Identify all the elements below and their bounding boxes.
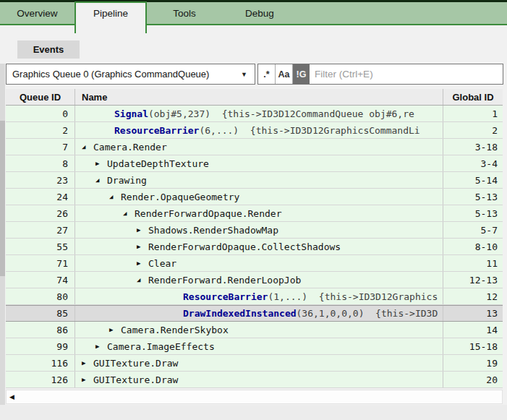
name-cell: DrawIndexedInstanced(36,1,0,0,0) {this->… bbox=[75, 306, 443, 321]
name-cell: ▶ Clear bbox=[75, 255, 443, 271]
queue-id-cell: 0 bbox=[6, 106, 75, 121]
name-cell: ◢ Render.OpaqueGeometry bbox=[75, 189, 443, 205]
tab-tools[interactable]: Tools bbox=[147, 2, 222, 24]
queue-id-cell: 74 bbox=[6, 272, 75, 288]
tree-expander-icon[interactable]: ◢ bbox=[95, 176, 107, 184]
queue-id-cell: 86 bbox=[6, 322, 75, 338]
event-label: Camera.ImageEffects bbox=[107, 341, 215, 352]
glob-toggle-button[interactable]: !G bbox=[293, 64, 310, 84]
global-id-cell: 14 bbox=[443, 322, 503, 338]
queue-id-cell: 85 bbox=[6, 306, 75, 321]
api-call-args: (6,...) {this->ID3D12GraphicsCommandLi bbox=[199, 125, 419, 136]
global-id-cell: 5-13 bbox=[443, 189, 503, 205]
tree-expander-icon[interactable]: ▶ bbox=[109, 326, 121, 333]
queue-id-cell: 8 bbox=[6, 155, 75, 171]
event-label: Drawing bbox=[107, 175, 147, 186]
event-label: RenderForwardOpaque.Render bbox=[135, 208, 282, 219]
global-id-cell: 12 bbox=[443, 288, 503, 304]
regex-toggle-button[interactable]: .* bbox=[258, 64, 276, 84]
table-row[interactable]: 7 ◢ Camera.Render 3-18 bbox=[6, 139, 503, 155]
name-cell: ▶ Camera.RenderSkybox bbox=[75, 322, 443, 338]
vertical-scrollbar-thumb[interactable] bbox=[0, 121, 5, 276]
api-call-name: ResourceBarrier bbox=[183, 291, 268, 302]
tree-expander-icon[interactable]: ◢ bbox=[123, 210, 135, 217]
chevron-down-icon: ▼ bbox=[238, 71, 255, 78]
table-row[interactable]: 55 ▶ RenderForwardOpaque.CollectShadows … bbox=[6, 239, 503, 255]
table-row[interactable]: 23 ◢ Drawing 5-14 bbox=[6, 172, 503, 189]
queue-id-cell: 27 bbox=[6, 222, 75, 238]
table-row[interactable]: 74 ◢ RenderForward.RenderLoopJob 12-13 bbox=[6, 272, 503, 288]
scroll-left-icon[interactable]: ◀ bbox=[7, 393, 14, 400]
queue-id-cell: 2 bbox=[6, 122, 75, 138]
queue-id-cell: 26 bbox=[6, 205, 75, 221]
name-cell: ▶ Camera.ImageEffects bbox=[75, 338, 443, 354]
table-row[interactable]: 86 ▶ Camera.RenderSkybox 14 bbox=[6, 322, 503, 338]
api-call-args: (obj#5,237) {this->ID3D12CommandQueue ob… bbox=[148, 108, 414, 119]
name-cell: ▶ RenderForwardOpaque.CollectShadows bbox=[75, 239, 443, 254]
global-id-cell: 12-13 bbox=[443, 272, 503, 288]
case-sensitive-toggle-button[interactable]: Aa bbox=[276, 64, 293, 84]
events-table: Queue ID Name Global ID 0 Signal(obj#5,2… bbox=[6, 89, 503, 388]
tree-expander-icon[interactable]: ▶ bbox=[82, 376, 93, 383]
table-row[interactable]: 8 ▶ UpdateDepthTexture 3-4 bbox=[6, 155, 503, 172]
tree-expander-icon[interactable]: ▶ bbox=[95, 343, 107, 350]
event-label: Shadows.RenderShadowMap bbox=[148, 225, 278, 236]
table-row[interactable]: 80 ResourceBarrier(1,...) {this->ID3D12G… bbox=[6, 288, 503, 305]
queue-id-cell: 7 bbox=[6, 139, 75, 155]
tree-expander-icon[interactable]: ▶ bbox=[137, 260, 148, 267]
global-id-cell: 20 bbox=[443, 372, 503, 387]
tree-expander-icon[interactable]: ▶ bbox=[95, 160, 107, 167]
table-row[interactable]: 27 ▶ Shadows.RenderShadowMap 5-7 bbox=[6, 222, 503, 239]
tree-expander-icon[interactable]: ▶ bbox=[137, 226, 148, 233]
global-id-cell: 11 bbox=[443, 255, 503, 271]
column-header-name: Name bbox=[75, 89, 443, 105]
table-row[interactable]: 26 ◢ RenderForwardOpaque.Render 5-13 bbox=[6, 205, 503, 222]
tree-expander-icon[interactable]: ◢ bbox=[137, 276, 148, 283]
global-id-cell: 5-13 bbox=[443, 205, 503, 221]
table-body: 0 Signal(obj#5,237) {this->ID3D12Command… bbox=[6, 106, 503, 388]
global-id-cell: 1 bbox=[443, 106, 503, 121]
global-id-cell: 13 bbox=[443, 306, 503, 321]
tree-expander-icon[interactable]: ▶ bbox=[137, 243, 148, 250]
global-id-cell: 19 bbox=[443, 355, 503, 371]
event-label: RenderForwardOpaque.CollectShadows bbox=[148, 241, 341, 252]
tree-expander-icon[interactable]: ◢ bbox=[82, 143, 93, 150]
table-row[interactable]: 85 DrawIndexedInstanced(36,1,0,0,0) {thi… bbox=[6, 305, 503, 322]
filter-bar: .* Aa !G bbox=[257, 64, 503, 85]
column-header-global-id: Global ID bbox=[443, 89, 503, 105]
queue-select-value: Graphics Queue 0 (Graphics CommandQueue) bbox=[7, 69, 238, 80]
table-row[interactable]: 99 ▶ Camera.ImageEffects 15-18 bbox=[6, 338, 503, 355]
api-call-name: Signal bbox=[114, 108, 148, 119]
name-cell: ▶ UpdateDepthTexture bbox=[75, 155, 443, 171]
horizontal-scrollbar[interactable]: ◀ bbox=[6, 390, 503, 404]
queue-id-cell: 24 bbox=[6, 189, 75, 205]
column-header-queue-id: Queue ID bbox=[6, 89, 75, 105]
queue-id-cell: 71 bbox=[6, 255, 75, 271]
table-row[interactable]: 2 ResourceBarrier(6,...) {this->ID3D12Gr… bbox=[6, 122, 503, 139]
name-cell: ResourceBarrier(1,...) {this->ID3D12Grap… bbox=[75, 288, 443, 304]
tab-pipeline[interactable]: Pipeline bbox=[74, 1, 147, 33]
queue-id-cell: 126 bbox=[6, 372, 75, 387]
api-call-args: (36,1,0,0,0) {this->ID3D bbox=[297, 308, 438, 319]
events-panel-tab-label: Events bbox=[33, 44, 64, 55]
event-label: Render.OpaqueGeometry bbox=[121, 192, 239, 202]
table-row[interactable]: 126 ▶ GUITexture.Draw 20 bbox=[6, 372, 503, 388]
global-id-cell: 2 bbox=[443, 122, 503, 138]
table-row[interactable]: 116 ▶ GUITexture.Draw 19 bbox=[6, 355, 503, 372]
table-row[interactable]: 0 Signal(obj#5,237) {this->ID3D12Command… bbox=[6, 106, 503, 122]
table-row[interactable]: 71 ▶ Clear 11 bbox=[6, 255, 503, 272]
tab-overview[interactable]: Overview bbox=[0, 2, 74, 24]
tree-expander-icon[interactable]: ▶ bbox=[82, 359, 93, 367]
tab-debug[interactable]: Debug bbox=[222, 2, 297, 24]
table-row[interactable]: 24 ◢ Render.OpaqueGeometry 5-13 bbox=[6, 189, 503, 205]
event-label: GUITexture.Draw bbox=[93, 374, 178, 385]
name-cell: ◢ RenderForward.RenderLoopJob bbox=[75, 272, 443, 288]
events-panel-tab[interactable]: Events bbox=[17, 40, 80, 59]
tree-expander-icon[interactable]: ◢ bbox=[109, 193, 121, 200]
global-id-cell: 15-18 bbox=[443, 338, 503, 354]
name-cell: ▶ GUITexture.Draw bbox=[75, 372, 443, 387]
filter-input[interactable] bbox=[310, 64, 503, 84]
event-label: UpdateDepthTexture bbox=[107, 158, 209, 169]
name-cell: ResourceBarrier(6,...) {this->ID3D12Grap… bbox=[75, 122, 443, 138]
queue-select-dropdown[interactable]: Graphics Queue 0 (Graphics CommandQueue)… bbox=[6, 64, 255, 85]
